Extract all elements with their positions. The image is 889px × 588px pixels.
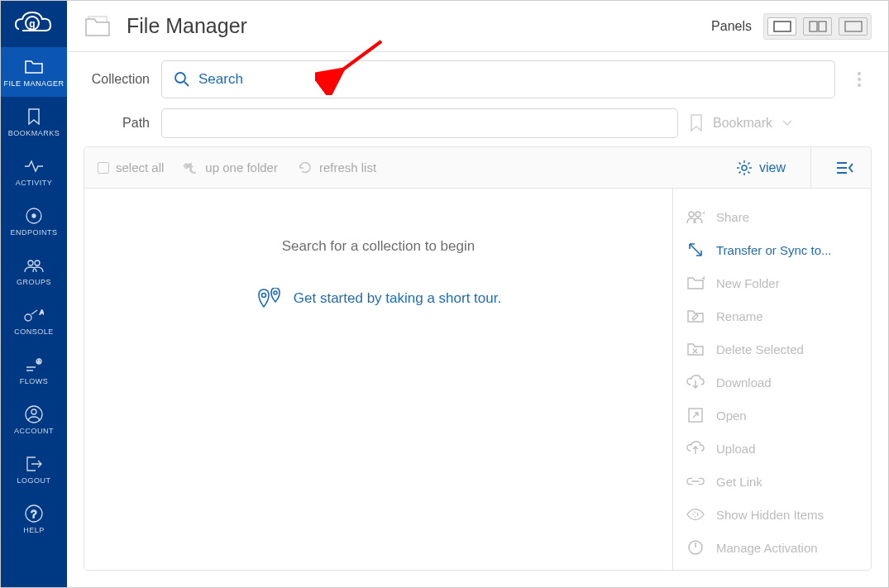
path-label: Path [84, 116, 150, 131]
svg-point-5 [35, 261, 40, 265]
action-show-hidden-items[interactable]: Show Hidden Items [673, 498, 871, 531]
svg-text:+: + [36, 358, 41, 366]
action-transfer-or-sync-to[interactable]: Transfer or Sync to... [673, 233, 871, 266]
action-label: Delete Selected [716, 342, 804, 356]
action-label: Download [716, 375, 772, 390]
nav-groups[interactable]: GROUPS [1, 246, 67, 295]
select-all-label: select all [116, 160, 164, 174]
collection-search-box[interactable] [161, 60, 835, 98]
new-folder-icon: + [686, 275, 705, 290]
empty-state-message: Search for a collection to begin [282, 238, 475, 255]
action-label: Manage Activation [716, 541, 818, 555]
bookmark-label: Bookmark [713, 116, 772, 131]
folder-icon [24, 56, 44, 78]
action-download[interactable]: Download [673, 366, 871, 399]
action-label: New Folder [716, 276, 780, 290]
nav-label: CONSOLE [14, 327, 54, 336]
svg-point-4 [28, 261, 33, 265]
nav-label: FLOWS [20, 377, 49, 385]
up-arrow-icon [184, 161, 198, 174]
panels-label: Panels [711, 19, 752, 34]
action-manage-activation[interactable]: Manage Activation [673, 531, 871, 564]
action-label: Open [716, 409, 747, 423]
link-icon [686, 476, 705, 487]
search-icon [174, 71, 190, 88]
toolbar-divider [810, 147, 811, 189]
svg-point-11 [31, 409, 36, 414]
nav-bookmarks[interactable]: BOOKMARKS [1, 97, 67, 146]
nav-account[interactable]: ACCOUNT [1, 394, 67, 444]
collection-search-input[interactable] [198, 71, 823, 88]
action-label: Rename [716, 309, 763, 323]
nav-label: ACTIVITY [16, 179, 53, 187]
nav-activity[interactable]: ACTIVITY [1, 146, 67, 196]
nav-label: LOGOUT [17, 476, 50, 485]
view-options-button[interactable]: view [736, 160, 786, 176]
refresh-button[interactable]: refresh list [298, 160, 376, 175]
bookmark-icon [27, 106, 41, 127]
nav-label: ACCOUNT [14, 427, 54, 435]
action-rename[interactable]: Rename [673, 299, 871, 332]
gear-icon [736, 160, 753, 176]
upload-icon [686, 441, 705, 456]
collapse-actions-button[interactable] [836, 160, 858, 175]
activity-icon [24, 155, 44, 177]
chevron-down-icon [782, 120, 792, 127]
nav-flows[interactable]: + FLOWS [1, 345, 67, 394]
action-label: Show Hidden Items [716, 508, 824, 522]
path-input[interactable] [172, 109, 667, 137]
action-delete-selected[interactable]: Delete Selected [673, 332, 871, 366]
svg-rect-14 [774, 22, 791, 31]
svg-text:A: A [40, 308, 44, 316]
svg-point-6 [25, 314, 31, 321]
action-upload[interactable]: Upload [673, 432, 871, 465]
action-label: Share [716, 210, 749, 224]
path-box[interactable] [161, 108, 678, 138]
action-label: Get Link [716, 475, 762, 489]
collection-menu-button[interactable] [847, 72, 872, 87]
view-label: view [759, 160, 786, 175]
action-share[interactable]: +Share [673, 200, 871, 233]
panel-layout-buttons [763, 13, 872, 40]
account-icon [25, 404, 43, 425]
logout-icon [25, 453, 43, 475]
action-get-link[interactable]: Get Link [673, 465, 871, 498]
collection-label: Collection [84, 72, 150, 87]
panel-single-button[interactable] [767, 17, 796, 36]
panel-split-button[interactable] [803, 17, 832, 36]
transfer-icon [686, 241, 705, 259]
page-title: File Manager [127, 14, 247, 38]
nav-label: ENDPOINTS [10, 228, 57, 237]
tour-link[interactable]: Get started by taking a short tour. [256, 288, 501, 309]
nav-console[interactable]: A CONSOLE [1, 295, 67, 345]
up-one-folder-button[interactable]: up one folder [184, 160, 278, 174]
action-open[interactable]: Open [673, 399, 871, 432]
tour-pins-icon [256, 288, 284, 309]
nav-file-manager[interactable]: FILE MANAGER [1, 47, 67, 97]
svg-point-33 [693, 512, 698, 517]
nav-endpoints[interactable]: ENDPOINTS [1, 196, 67, 246]
svg-text:+: + [702, 209, 705, 218]
file-manager-title-icon [84, 15, 112, 38]
panel-right-button[interactable] [839, 17, 867, 36]
refresh-label: refresh list [319, 160, 376, 174]
svg-point-22 [742, 165, 747, 170]
console-icon: A [24, 304, 44, 326]
flows-icon: + [24, 354, 44, 375]
svg-point-27 [274, 291, 277, 294]
svg-point-20 [175, 73, 185, 83]
nav-logout[interactable]: LOGOUT [1, 444, 67, 494]
actions-pane: +ShareTransfer or Sync to...+New FolderR… [672, 189, 871, 570]
svg-rect-15 [810, 22, 817, 31]
checkbox-icon [98, 162, 109, 174]
nav-help[interactable]: ? HELP [1, 494, 67, 543]
rename-icon [686, 308, 705, 323]
open-icon [686, 407, 705, 423]
action-new-folder[interactable]: +New Folder [673, 266, 871, 299]
svg-rect-16 [819, 22, 826, 31]
svg-text:+: + [701, 275, 705, 283]
select-all-button[interactable]: select all [98, 160, 164, 174]
bookmark-dropdown[interactable]: Bookmark [690, 114, 872, 132]
nav-label: GROUPS [17, 278, 51, 286]
power-icon [686, 539, 705, 556]
